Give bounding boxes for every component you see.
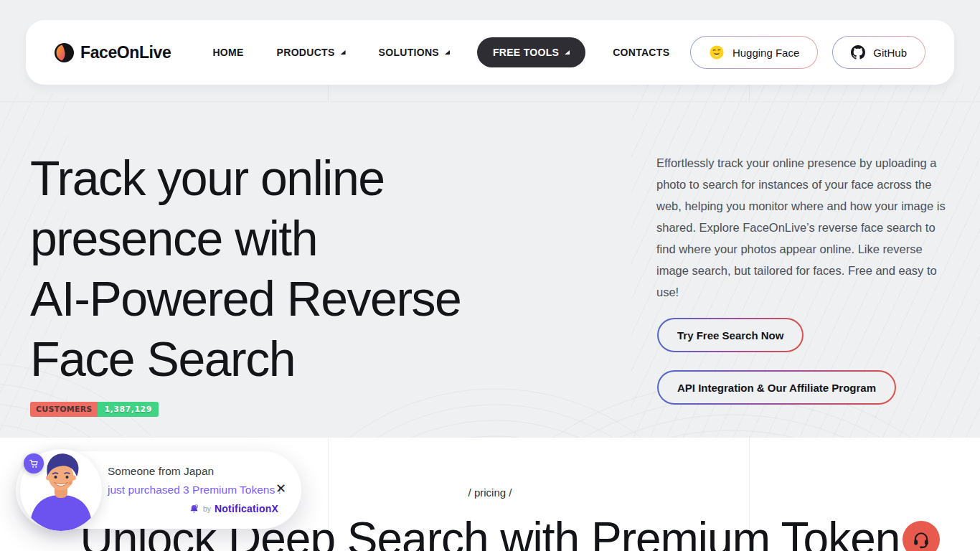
- grid-line: [749, 85, 750, 102]
- nav-item-contacts[interactable]: CONTACTS: [613, 47, 669, 58]
- purchase-badge: [24, 453, 44, 474]
- hero-heading-line: Track your online: [30, 148, 618, 208]
- notification-close-icon[interactable]: ✕: [275, 482, 286, 495]
- notification-branding: by NotificationX: [108, 503, 278, 514]
- customers-badge-label: CUSTOMERS: [30, 402, 98, 417]
- cart-icon: [29, 458, 39, 468]
- dropdown-caret-icon: [565, 50, 570, 55]
- github-button[interactable]: GitHub: [832, 36, 925, 69]
- cta-label: Try Free Search Now: [677, 329, 783, 342]
- nav-label: FREE TOOLS: [493, 47, 559, 58]
- faceonlive-logo-icon: [55, 43, 74, 62]
- brand-logo[interactable]: FaceOnLive: [55, 43, 171, 62]
- hugging-face-icon: [709, 44, 725, 60]
- notificationx-bell-icon: [189, 504, 199, 514]
- brand-name: FaceOnLive: [80, 43, 171, 62]
- nav-label: PRODUCTS: [277, 47, 335, 58]
- hero-description: Effortlessly track your online presence …: [656, 152, 953, 303]
- hero-heading-line: presence with: [30, 208, 618, 268]
- header-actions: Hugging Face GitHub: [690, 36, 925, 69]
- customers-count-badge: CUSTOMERS 1,387,129: [30, 402, 159, 417]
- hugging-face-button[interactable]: Hugging Face: [690, 36, 818, 69]
- hero-heading-line: AI-Powered Reverse: [30, 268, 618, 329]
- github-icon: [851, 45, 865, 60]
- notification-message[interactable]: just purchased 3 Premium Tokens !: [108, 484, 281, 496]
- notification-popup: Someone from Japan just purchased 3 Prem…: [16, 451, 301, 529]
- header-bar: FaceOnLive HOME PRODUCTS SOLUTIONS FREE …: [26, 20, 954, 85]
- nav-label: SOLUTIONS: [379, 47, 439, 58]
- dropdown-caret-icon: [445, 50, 450, 55]
- notification-location: Someone from Japan: [108, 465, 214, 478]
- grid-line: [328, 85, 329, 102]
- headset-icon: [911, 529, 931, 550]
- main-nav: HOME PRODUCTS SOLUTIONS FREE TOOLS CONTA…: [212, 37, 669, 67]
- nav-item-products[interactable]: PRODUCTS: [277, 47, 346, 58]
- nav-label: CONTACTS: [613, 47, 669, 58]
- nav-item-home[interactable]: HOME: [212, 47, 243, 58]
- nav-item-free-tools[interactable]: FREE TOOLS: [477, 37, 585, 67]
- cta-label: API Integration & Our Affiliate Program: [677, 382, 876, 394]
- notificationx-link[interactable]: NotificationX: [215, 503, 278, 514]
- try-free-search-button[interactable]: Try Free Search Now: [657, 318, 804, 352]
- customers-badge-value: 1,387,129: [98, 402, 158, 417]
- nav-item-solutions[interactable]: SOLUTIONS: [379, 47, 450, 58]
- by-label: by: [203, 504, 211, 513]
- dropdown-caret-icon: [341, 50, 346, 55]
- nav-label: HOME: [212, 47, 243, 58]
- api-integration-affiliate-button[interactable]: API Integration & Our Affiliate Program: [657, 370, 896, 405]
- hero-heading-line: Face Search: [30, 329, 618, 389]
- github-label: GitHub: [873, 47, 907, 59]
- hugging-face-label: Hugging Face: [732, 47, 799, 59]
- grid-line: [0, 101, 980, 102]
- hero-heading: Track your onlinepresence withAI-Powered…: [30, 148, 618, 389]
